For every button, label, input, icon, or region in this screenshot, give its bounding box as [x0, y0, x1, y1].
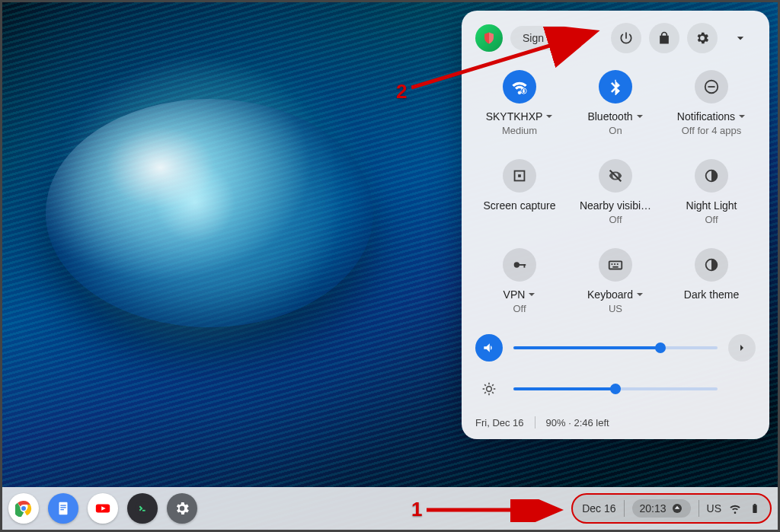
caret-down-icon — [636, 110, 644, 123]
docs-icon — [55, 500, 72, 517]
status-time: 20:13 — [640, 502, 667, 514]
tile-sublabel: Off — [571, 214, 660, 225]
tile-vpn[interactable]: VPN Off — [475, 248, 564, 314]
vpn-key-icon — [511, 256, 528, 273]
audio-settings-button[interactable] — [728, 334, 756, 362]
chevron-down-icon — [733, 30, 748, 46]
svg-rect-12 — [614, 263, 615, 265]
brightness-icon — [481, 381, 497, 397]
panel-footer: Fri, Dec 16 90% · 2:46 left — [475, 416, 756, 428]
status-area[interactable]: Dec 16 20:13 US — [571, 493, 772, 524]
gear-icon — [174, 500, 190, 517]
svg-rect-36 — [753, 505, 756, 513]
tile-label: VPN — [503, 288, 526, 301]
svg-rect-2 — [708, 86, 714, 88]
tile-label: Screen capture — [484, 199, 556, 212]
volume-slider[interactable] — [513, 346, 718, 349]
tile-sublabel: On — [571, 125, 660, 136]
status-ime: US — [707, 502, 721, 514]
divider — [535, 416, 535, 428]
footer-battery: 90% · 2:46 left — [546, 417, 609, 428]
quick-settings-panel: Sign out SKYTKHXP Medium Bluetooth On N — [462, 11, 769, 439]
svg-rect-14 — [612, 266, 618, 268]
app-terminal[interactable] — [127, 493, 158, 524]
tile-dark-theme[interactable]: Dark theme — [667, 248, 756, 314]
shelf: Dec 16 20:13 US — [2, 487, 778, 530]
svg-point-7 — [514, 262, 519, 267]
caret-down-icon — [636, 288, 644, 301]
volume-row — [475, 334, 756, 362]
app-docs[interactable] — [48, 493, 78, 524]
battery-icon — [749, 502, 761, 514]
volume-button[interactable] — [475, 334, 503, 362]
tile-wifi[interactable]: SKYTKHXP Medium — [475, 70, 564, 136]
svg-rect-29 — [60, 505, 66, 505]
tile-notifications[interactable]: Notifications Off for 4 apps — [667, 70, 756, 136]
svg-rect-9 — [524, 264, 526, 268]
lock-button[interactable] — [649, 23, 679, 53]
divider — [698, 500, 699, 517]
wallpaper-droplet — [46, 99, 373, 327]
sliders — [475, 334, 756, 403]
tile-sublabel: Medium — [475, 125, 564, 136]
tile-label: Night Light — [686, 199, 737, 212]
settings-button[interactable] — [687, 23, 718, 53]
notification-badge-icon — [671, 502, 683, 514]
shield-icon — [482, 31, 496, 45]
tile-night-light[interactable]: Night Light Off — [667, 159, 756, 225]
svg-rect-4 — [518, 174, 521, 177]
power-button[interactable] — [611, 23, 641, 53]
status-date: Dec 16 — [582, 502, 615, 514]
svg-point-27 — [21, 505, 26, 511]
bluetooth-icon — [607, 78, 624, 95]
visibility-off-icon — [607, 167, 624, 184]
user-avatar[interactable] — [475, 24, 503, 52]
brightness-button[interactable] — [475, 375, 503, 403]
footer-date: Fri, Dec 16 — [475, 417, 524, 428]
svg-rect-30 — [60, 507, 66, 508]
power-icon — [619, 30, 634, 46]
tile-label: Nearby visibi… — [580, 199, 651, 212]
wifi-icon — [511, 78, 528, 95]
sign-out-button[interactable]: Sign out — [510, 26, 574, 50]
svg-rect-31 — [60, 509, 64, 510]
wifi-icon — [729, 502, 741, 514]
chrome-icon — [15, 500, 32, 517]
tile-screen-capture[interactable]: Screen capture — [475, 159, 564, 225]
tile-label: Notifications — [677, 110, 735, 123]
terminal-icon — [134, 500, 151, 517]
gear-icon — [695, 30, 710, 46]
tile-bluetooth[interactable]: Bluetooth On — [571, 70, 660, 136]
annotation-number-2: 2 — [396, 80, 407, 104]
tile-keyboard[interactable]: Keyboard US — [571, 248, 660, 314]
app-chrome[interactable] — [8, 493, 39, 524]
night-light-icon — [703, 167, 720, 184]
brightness-row — [475, 375, 756, 403]
svg-rect-37 — [754, 504, 756, 505]
tile-sublabel: US — [571, 303, 660, 314]
svg-line-23 — [492, 384, 494, 386]
svg-point-16 — [487, 387, 492, 392]
volume-icon — [481, 340, 497, 355]
tile-sublabel: Off — [475, 303, 564, 314]
tile-nearby-visibility[interactable]: Nearby visibi… Off — [571, 159, 660, 225]
svg-line-21 — [484, 384, 486, 386]
svg-line-24 — [484, 392, 486, 393]
svg-rect-13 — [617, 263, 619, 265]
collapse-button[interactable] — [725, 23, 756, 53]
svg-rect-11 — [612, 263, 613, 265]
tile-sublabel: Off for 4 apps — [667, 125, 756, 136]
caret-down-icon — [528, 288, 535, 301]
youtube-icon — [94, 500, 111, 517]
screen-capture-icon — [511, 167, 528, 184]
caret-down-icon — [738, 110, 746, 123]
app-settings[interactable] — [167, 493, 197, 524]
svg-line-22 — [492, 392, 494, 393]
brightness-slider[interactable] — [513, 387, 718, 390]
dark-theme-icon — [703, 256, 720, 273]
svg-rect-10 — [609, 261, 622, 269]
annotation-number-1: 1 — [411, 498, 422, 521]
tile-label: Dark theme — [684, 288, 739, 301]
tile-label: Bluetooth — [587, 110, 632, 123]
app-youtube[interactable] — [88, 493, 118, 524]
